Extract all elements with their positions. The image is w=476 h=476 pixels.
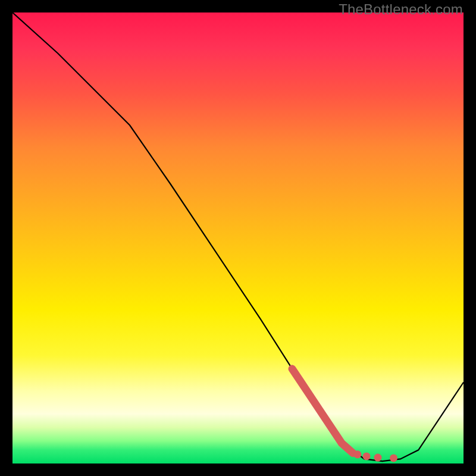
highlight-dots <box>353 450 397 462</box>
highlight-dot <box>353 450 361 458</box>
highlight-dot <box>374 454 382 462</box>
watermark-text: TheBottleneck.com <box>339 1 463 18</box>
chart-svg <box>12 12 464 464</box>
highlight-dot <box>390 454 397 462</box>
highlight-dot <box>363 452 371 460</box>
highlight-segment <box>292 369 353 453</box>
main-curve <box>12 12 464 461</box>
